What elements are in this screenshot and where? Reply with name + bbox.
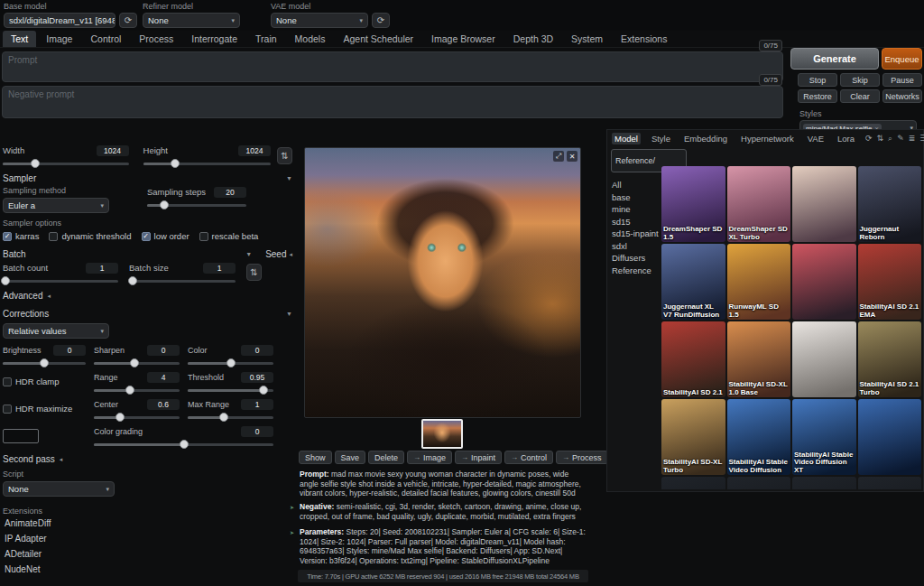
sampler-section-header[interactable]: Sampler ▼ xyxy=(3,173,292,183)
extension-nudenet[interactable]: NudeNet xyxy=(3,562,292,577)
corrections-mode-select[interactable]: Relative values ▾ xyxy=(3,323,109,339)
skip-button[interactable]: Skip xyxy=(840,73,880,87)
checkbox-low-order[interactable]: ✓low order xyxy=(142,231,189,241)
vae-model-select[interactable]: None ▾ xyxy=(271,13,368,28)
networks-tab-embedding[interactable]: Embedding xyxy=(681,133,730,144)
search-icon[interactable]: ⌕ xyxy=(888,134,892,144)
sampling-steps-value[interactable]: 20 xyxy=(214,187,246,198)
output-save-button[interactable]: Save xyxy=(335,451,366,464)
list-icon[interactable]: ≣ xyxy=(909,134,916,144)
model-card-stabilityai-stable-video-diffusion[interactable]: StabilityAI Stable Video Diffusion xyxy=(727,399,791,475)
batch-count-value[interactable]: 1 xyxy=(86,263,118,274)
hdr-maximize-checkbox[interactable]: HDR maximize xyxy=(3,398,86,419)
networks-tab-style[interactable]: Style xyxy=(649,133,673,144)
output-control-button[interactable]: →Control xyxy=(504,451,553,464)
batch-size-value[interactable]: 1 xyxy=(203,263,236,274)
networks-tab-hypernetwork[interactable]: Hypernetwork xyxy=(738,133,797,144)
networks-tab-vae[interactable]: VAE xyxy=(805,133,827,144)
model-card-dreamshaper-sd-1-5[interactable]: DreamShaper SD 1.5 xyxy=(661,166,725,242)
enqueue-button[interactable]: Enqueue xyxy=(882,48,922,70)
tab-depth-3d[interactable]: Depth 3D xyxy=(505,31,561,47)
model-card[interactable] xyxy=(792,166,856,242)
sharpen-value[interactable]: 0 xyxy=(147,345,180,356)
sampling-steps-slider[interactable] xyxy=(147,204,246,207)
tab-text[interactable]: Text xyxy=(3,31,36,47)
tab-train[interactable]: Train xyxy=(247,31,285,47)
copy-icon[interactable]: ➤ xyxy=(290,528,294,538)
tab-agent-scheduler[interactable]: Agent Scheduler xyxy=(335,31,421,47)
networks-tab-model[interactable]: Model xyxy=(612,133,641,144)
seed-section-header[interactable]: Seed ◂ xyxy=(265,249,292,259)
tab-image[interactable]: Image xyxy=(38,31,80,47)
color-grading-slider[interactable] xyxy=(94,443,273,446)
brightness-value[interactable]: 0 xyxy=(53,345,86,356)
extension-adetailer[interactable]: ADetailer xyxy=(3,546,292,562)
model-card-stabilityai-sd-xl-1-0-base[interactable]: StabilityAI SD-XL 1.0 Base xyxy=(727,321,791,397)
height-slider[interactable] xyxy=(143,163,271,165)
negative-prompt-input[interactable] xyxy=(2,86,783,118)
corrections-section-header[interactable]: Corrections ▼ xyxy=(3,309,292,319)
height-value[interactable]: 1024 xyxy=(238,145,271,156)
model-card-runwayml-sd-1-5[interactable]: RunwayML SD 1.5 xyxy=(727,244,791,320)
model-card[interactable] xyxy=(661,477,725,489)
extension-animatediff[interactable]: AnimateDiff xyxy=(3,516,292,531)
restore-button[interactable]: Restore xyxy=(798,89,837,103)
clear-button[interactable]: Clear xyxy=(840,89,880,103)
model-card-juggernaut-reborn[interactable]: Juggernaut Reborn xyxy=(858,166,922,242)
tab-image-browser[interactable]: Image Browser xyxy=(423,31,504,47)
model-card[interactable] xyxy=(792,321,856,397)
model-card[interactable] xyxy=(858,477,922,489)
refresh-vae-button[interactable]: ⟳ xyxy=(372,13,390,28)
edit-icon[interactable]: ✎ xyxy=(897,134,904,144)
tab-models[interactable]: Models xyxy=(287,31,334,47)
tab-process[interactable]: Process xyxy=(131,31,181,47)
center-slider[interactable] xyxy=(94,416,180,419)
output-image-button[interactable]: →Image xyxy=(407,451,452,464)
refresh-base-model-button[interactable]: ⟳ xyxy=(119,13,137,28)
output-inpaint-button[interactable]: →Inpaint xyxy=(455,451,502,464)
stop-button[interactable]: Stop xyxy=(798,73,837,87)
range-slider[interactable] xyxy=(94,389,180,392)
batch-size-slider[interactable] xyxy=(129,280,236,283)
extension-ip-adapter[interactable]: IP Adapter xyxy=(3,531,292,546)
threshold-slider[interactable] xyxy=(188,389,273,392)
close-icon[interactable]: ✕ xyxy=(567,151,578,162)
tab-system[interactable]: System xyxy=(563,31,611,47)
tab-extensions[interactable]: Extensions xyxy=(613,31,675,47)
swap-dimensions-button[interactable]: ⇅ xyxy=(277,147,292,164)
model-card[interactable] xyxy=(727,477,791,489)
networks-tab-lora[interactable]: Lora xyxy=(835,133,857,144)
gallery-thumbnail[interactable] xyxy=(421,419,463,449)
threshold-value[interactable]: 0.95 xyxy=(241,372,273,383)
refiner-model-select[interactable]: None ▾ xyxy=(143,13,240,28)
color-slider[interactable] xyxy=(188,362,273,365)
max-range-slider[interactable] xyxy=(188,416,273,419)
hdr-clamp-checkbox[interactable]: HDR clamp xyxy=(3,371,86,392)
prompt-input[interactable] xyxy=(2,51,783,82)
model-card-stabilityai-sd-2-1-ema[interactable]: StabilityAI SD 2.1 EMA xyxy=(858,244,922,320)
model-card[interactable] xyxy=(792,477,856,489)
output-process-button[interactable]: →Process xyxy=(556,451,608,464)
model-card-stabilityai-sd-2-1[interactable]: StabilityAI SD 2.1 xyxy=(661,321,725,397)
generate-button[interactable]: Generate xyxy=(790,48,879,70)
width-slider[interactable] xyxy=(3,163,129,165)
hdr-color-picker[interactable] xyxy=(3,429,39,443)
color-value[interactable]: 0 xyxy=(241,345,273,356)
color-grading-value[interactable]: 0 xyxy=(241,426,273,437)
model-card[interactable] xyxy=(858,399,922,475)
second-pass-section-header[interactable]: Second pass ◂ xyxy=(3,454,292,464)
checkbox-dynamic-threshold[interactable]: dynamic threshold xyxy=(49,231,131,241)
brightness-slider[interactable] xyxy=(3,362,86,365)
base-model-select[interactable]: sdxl/digitalDream_v11 [6948… ▾ xyxy=(4,13,116,28)
pause-button[interactable]: Pause xyxy=(882,73,922,87)
model-card-stabilityai-stable-video-diffusion-xt[interactable]: StabilityAI Stable Video Diffusion XT xyxy=(792,399,856,475)
batch-section-header[interactable]: Batch ▼ Seed ◂ xyxy=(3,249,292,259)
fullscreen-icon[interactable]: ⤢ xyxy=(553,151,564,162)
model-card-juggernaut-xl-v7-rundiffusion[interactable]: Juggernaut XL V7 RunDiffusion xyxy=(661,244,725,320)
sort-icon[interactable]: ⇅ xyxy=(877,134,884,144)
model-card[interactable] xyxy=(792,244,856,320)
menu-icon[interactable]: ☰ xyxy=(919,134,924,144)
width-value[interactable]: 1024 xyxy=(97,145,129,156)
center-value[interactable]: 0.6 xyxy=(147,399,180,410)
generated-image[interactable]: ⤢ ✕ xyxy=(304,147,581,418)
